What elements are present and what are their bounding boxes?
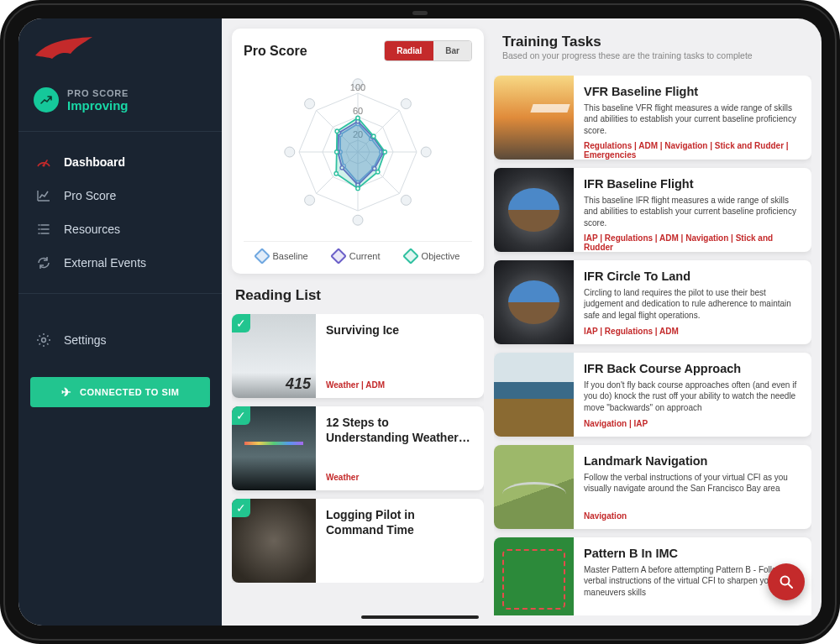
reading-thumb: ✓ xyxy=(232,406,316,490)
svg-point-5 xyxy=(401,99,411,109)
search-fab[interactable] xyxy=(768,563,805,600)
sidebar: PRO SCORE Improving Dashboard Pro Score xyxy=(18,18,222,626)
training-title: Training Tasks xyxy=(499,30,806,50)
svg-point-45 xyxy=(781,577,790,585)
task-tags: Navigation | IAP xyxy=(584,414,801,428)
nav-resources[interactable]: Resources xyxy=(18,212,222,246)
task-desc: Follow the verbal instructions of your v… xyxy=(584,472,801,495)
diamond-icon xyxy=(330,248,347,264)
diamond-icon xyxy=(402,248,419,264)
training-task-list: VFR Baseline Flight This baseline VFR fl… xyxy=(494,76,811,615)
task-desc: This baseline IFR flight measures a wide… xyxy=(584,195,801,229)
diamond-icon xyxy=(254,248,270,264)
training-task[interactable]: VFR Baseline Flight This baseline VFR fl… xyxy=(494,76,811,160)
nav-label: Pro Score xyxy=(64,189,116,202)
nav-label: Resources xyxy=(64,223,120,236)
home-indicator xyxy=(361,615,479,619)
main-content: Pro Score Radial Bar 2060100 Baseline Cu… xyxy=(222,18,822,626)
chart-line-icon xyxy=(35,187,52,204)
left-column: Pro Score Radial Bar 2060100 Baseline Cu… xyxy=(232,29,484,615)
reading-title: Logging Pilot in Command Time xyxy=(326,507,474,537)
right-column: Training Tasks Based on your progress th… xyxy=(494,29,811,615)
reading-body: 12 Steps to Understanding Weather… Weath… xyxy=(316,406,484,490)
check-icon: ✓ xyxy=(232,314,250,332)
task-desc: This baseline VFR flight measures a wide… xyxy=(584,102,801,137)
task-body: IFR Circle To Land Circling to land requ… xyxy=(574,260,811,344)
reading-tags: Weather | ADM xyxy=(326,375,474,390)
nav-label: Dashboard xyxy=(64,155,125,169)
svg-point-38 xyxy=(372,134,375,138)
refresh-icon xyxy=(35,254,52,271)
svg-point-15 xyxy=(285,147,295,157)
task-thumb xyxy=(494,353,574,437)
task-tags: IAP | Regulations | ADM | Navigation | S… xyxy=(584,228,801,252)
training-task[interactable]: IFR Circle To Land Circling to land requ… xyxy=(494,260,811,344)
connect-sim-button[interactable]: ✈ CONNECTED TO SIM xyxy=(30,377,210,407)
training-task[interactable]: Landmark Navigation Follow the verbal in… xyxy=(494,445,811,529)
task-body: Landmark Navigation Follow the verbal in… xyxy=(574,445,811,529)
nav-label: Settings xyxy=(64,333,107,347)
pro-score-label: PRO SCORE xyxy=(67,88,129,98)
connect-label: CONNECTED TO SIM xyxy=(80,387,179,397)
nav-dashboard[interactable]: Dashboard xyxy=(18,145,222,179)
pro-score-title: Pro Score xyxy=(244,44,307,59)
svg-point-41 xyxy=(356,186,360,190)
nav-external-events[interactable]: External Events xyxy=(18,246,222,280)
reading-list: ✓ Surviving Ice Weather | ADM ✓ 12 Steps… xyxy=(232,314,484,583)
reading-item[interactable]: ✓ Logging Pilot in Command Time xyxy=(232,499,484,583)
task-body: IFR Back Course Approach If you don't fl… xyxy=(574,353,811,437)
reading-item[interactable]: ✓ Surviving Ice Weather | ADM xyxy=(232,314,484,398)
nav-pro-score[interactable]: Pro Score xyxy=(18,179,222,212)
training-task[interactable]: IFR Baseline Flight This baseline IFR fl… xyxy=(494,168,811,252)
reading-tags xyxy=(326,569,474,574)
task-title: VFR Baseline Flight xyxy=(584,84,801,100)
gear-icon xyxy=(35,332,52,348)
toggle-radial-button[interactable]: Radial xyxy=(385,41,433,60)
chart-mode-toggle: Radial Bar xyxy=(384,40,472,61)
svg-point-40 xyxy=(376,170,380,174)
search-icon xyxy=(778,573,795,590)
task-tags: Navigation xyxy=(584,506,801,521)
pro-score-summary[interactable]: PRO SCORE Improving xyxy=(18,84,222,131)
training-task[interactable]: IFR Back Course Approach If you don't fl… xyxy=(494,353,811,437)
nav-label: External Events xyxy=(64,256,146,270)
reading-tags: Weather xyxy=(326,468,474,482)
camera-notch xyxy=(412,11,428,15)
task-title: Landmark Navigation xyxy=(584,453,801,469)
svg-point-43 xyxy=(335,150,339,154)
task-body: IFR Baseline Flight This baseline IFR fl… xyxy=(574,168,811,252)
chart-legend: Baseline Current Objective xyxy=(244,241,472,262)
task-desc: If you don't fly back course approaches … xyxy=(584,380,801,414)
task-thumb xyxy=(494,537,574,615)
reading-item[interactable]: ✓ 12 Steps to Understanding Weather… Wea… xyxy=(232,406,484,490)
airplane-icon: ✈ xyxy=(61,385,72,399)
svg-text:60: 60 xyxy=(353,106,363,116)
legend-objective: Objective xyxy=(405,250,460,262)
app-logo xyxy=(18,30,222,84)
task-thumb xyxy=(494,168,574,252)
pro-score-status: Improving xyxy=(67,98,129,113)
task-thumb xyxy=(494,445,574,529)
task-tags xyxy=(584,608,801,613)
check-icon: ✓ xyxy=(232,406,250,425)
reading-title: Surviving Ice xyxy=(326,322,474,338)
svg-point-17 xyxy=(305,99,315,109)
task-title: IFR Back Course Approach xyxy=(584,361,801,377)
training-task[interactable]: Pattern B In IMC Master Pattern A before… xyxy=(494,537,811,615)
task-tags: IAP | Regulations | ADM xyxy=(584,322,801,336)
svg-point-42 xyxy=(334,172,338,175)
trend-up-icon xyxy=(34,87,59,113)
svg-point-7 xyxy=(421,147,431,157)
legend-current: Current xyxy=(333,250,381,262)
app-screen: PRO SCORE Improving Dashboard Pro Score xyxy=(18,18,822,626)
nav-settings[interactable]: Settings xyxy=(18,323,222,357)
svg-point-13 xyxy=(305,195,315,205)
reading-body: Surviving Ice Weather | ADM xyxy=(316,314,484,398)
task-body: VFR Baseline Flight This baseline VFR fl… xyxy=(574,76,811,160)
task-desc: Circling to land requires the pilot to u… xyxy=(584,287,801,322)
reading-thumb: ✓ xyxy=(232,499,316,583)
toggle-bar-button[interactable]: Bar xyxy=(433,41,471,60)
task-thumb xyxy=(494,260,574,344)
reading-thumb: ✓ xyxy=(232,314,316,398)
svg-point-44 xyxy=(335,129,339,133)
